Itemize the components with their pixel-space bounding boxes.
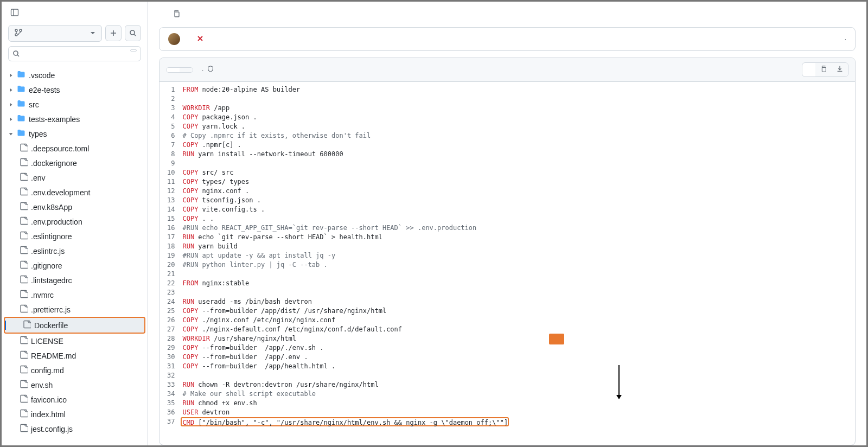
tree-file[interactable]: README.md <box>2 348 148 363</box>
code-line: COPY ./nginx-default.conf /etc/nginx/con… <box>182 325 855 334</box>
file-icon <box>19 394 28 405</box>
search-toggle-button[interactable] <box>125 25 141 41</box>
svg-rect-11 <box>175 12 179 17</box>
search-icon <box>12 50 20 59</box>
code-line: #RUN python linter.py | jq -C --tab . <box>182 260 855 270</box>
tree-file[interactable]: .prettierrc.js <box>2 302 148 317</box>
raw-button[interactable] <box>802 68 815 72</box>
tree-file[interactable]: .env.production <box>2 214 148 229</box>
code-line <box>182 94 855 104</box>
main: · · <box>148 2 866 445</box>
tree-file[interactable]: .lintstagedrc <box>2 273 148 288</box>
tab-blame[interactable] <box>180 68 193 72</box>
shield-icon <box>207 65 214 74</box>
tree-file[interactable]: .env.k8sApp <box>2 200 148 214</box>
code-line: COPY ./nginx.conf /etc/nginx/nginx.conf <box>182 316 855 325</box>
code-line: RUN yarn build <box>182 242 855 251</box>
branch-selector[interactable] <box>8 25 102 42</box>
sidebar-controls <box>2 25 148 66</box>
code-line: COPY package.json . <box>182 113 855 122</box>
tree-folder[interactable]: src <box>2 97 148 112</box>
chevron-icon <box>8 100 14 109</box>
tree-folder[interactable]: tests-examples <box>2 112 148 126</box>
file-icon <box>19 380 28 390</box>
tree-file[interactable]: .deepsource.toml <box>2 141 148 156</box>
code-line: RUN chmod +x env.sh <box>182 399 855 408</box>
code-line: COPY --from=builder /app/.env . <box>182 353 855 362</box>
chevron-icon <box>8 86 14 94</box>
annotation-callout <box>549 334 564 344</box>
tree-file[interactable]: favicon.ico <box>2 392 148 407</box>
avatar[interactable] <box>168 33 180 45</box>
file-icon <box>19 187 28 197</box>
file-icon <box>19 143 28 154</box>
svg-point-7 <box>130 30 135 35</box>
code-line: WORKDIR /app <box>182 104 855 113</box>
code-line: RUN yarn install --network-timeout 60000… <box>182 150 855 159</box>
code-line: COPY --from=builder /app/health.html . <box>182 362 855 371</box>
file-icon <box>19 304 28 315</box>
svg-line-10 <box>17 55 19 56</box>
download-icon[interactable] <box>832 63 848 76</box>
commit-meta[interactable]: · <box>845 35 846 43</box>
file-icon <box>19 216 28 227</box>
tree-file[interactable]: .dockerignore <box>2 156 148 170</box>
code-line: RUN useradd -ms /bin/bash devtron <box>182 297 855 306</box>
file-icon <box>19 424 28 434</box>
file-icon <box>22 320 31 330</box>
sidebar-header <box>2 2 148 25</box>
tree-file[interactable]: index.html <box>2 407 148 422</box>
code-line: COPY yarn.lock . <box>182 122 855 131</box>
tree-folder[interactable]: .vscode <box>2 68 148 82</box>
copy-path-icon[interactable] <box>172 9 181 20</box>
code-toolbar: · <box>159 58 855 82</box>
file-icon <box>19 202 28 212</box>
tree-file[interactable]: .env.development <box>2 185 148 200</box>
folder-icon <box>17 70 25 80</box>
file-search <box>8 46 141 61</box>
file-icon <box>19 275 28 285</box>
file-icon <box>19 173 28 183</box>
annotation-arrow <box>618 365 620 399</box>
code-panel: · 123456789101112131415161 <box>159 58 856 445</box>
svg-point-3 <box>15 34 17 36</box>
code-line: #RUN apt update -y && apt install jq -y <box>182 251 855 260</box>
chevron-icon <box>8 71 14 80</box>
svg-rect-14 <box>822 67 826 72</box>
tree-file[interactable]: config.md <box>2 363 148 378</box>
tree-folder[interactable]: types <box>2 126 148 141</box>
chevron-down-icon <box>90 29 96 38</box>
sidebar: .vscodee2e-testssrctests-examplestypes.d… <box>2 2 148 445</box>
code-line: COPY --from=builder /app/./env.sh . <box>182 343 855 353</box>
code-line: COPY src/ src <box>182 168 855 177</box>
file-meta: · <box>199 65 214 74</box>
search-input[interactable] <box>8 46 141 61</box>
tree-file[interactable]: Dockerfile <box>4 317 145 334</box>
file-icon <box>19 246 28 256</box>
tree-file[interactable]: env.sh <box>2 378 148 392</box>
tab-code[interactable] <box>167 68 180 72</box>
tree-file[interactable]: .eslintrc.js <box>2 244 148 258</box>
add-button[interactable] <box>105 25 122 41</box>
svg-rect-0 <box>11 9 18 16</box>
tree-file[interactable]: .gitignore <box>2 258 148 273</box>
tree-folder[interactable]: e2e-tests <box>2 82 148 97</box>
folder-icon <box>17 99 25 110</box>
folder-icon <box>17 85 25 95</box>
file-icon <box>19 231 28 241</box>
close-icon[interactable] <box>196 35 204 44</box>
tree-file[interactable]: jest.config.js <box>2 422 148 436</box>
code-line: FROM node:20-alpine AS builder <box>182 85 855 94</box>
code-line: # Copy .npmrc if it exists, otherwise do… <box>182 131 855 141</box>
copy-icon[interactable] <box>815 63 832 76</box>
collapse-panel-icon[interactable] <box>10 8 19 18</box>
file-icon <box>19 409 28 419</box>
svg-point-9 <box>14 51 18 55</box>
code-line: RUN chown -R devtron:devtron /usr/share/… <box>182 380 855 389</box>
tree-file[interactable]: .nvmrc <box>2 288 148 302</box>
branch-icon <box>14 28 23 39</box>
tree-file[interactable]: LICENSE <box>2 334 148 348</box>
code-line: COPY .npmr[c] . <box>182 141 855 150</box>
tree-file[interactable]: .env <box>2 170 148 185</box>
tree-file[interactable]: .eslintignore <box>2 229 148 244</box>
